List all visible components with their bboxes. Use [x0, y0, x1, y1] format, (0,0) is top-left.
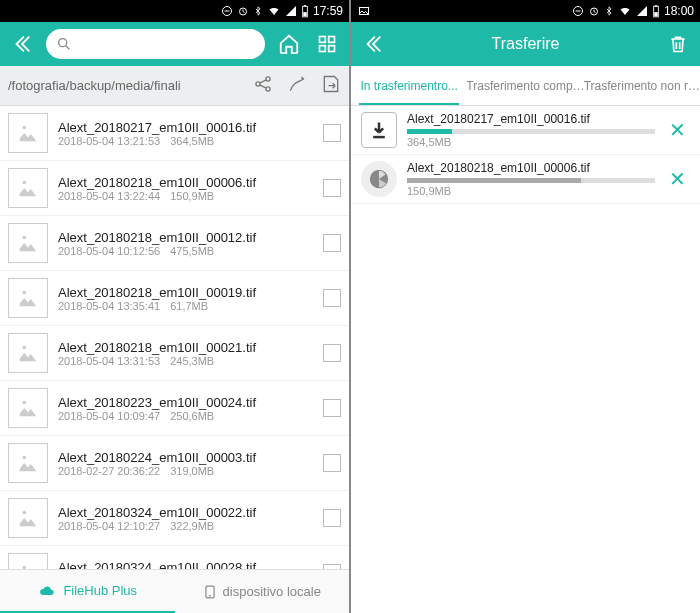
transfer-name: Alext_20180218_em10II_00006.tif	[407, 161, 655, 175]
file-date: 2018-05-04 13:22:44	[58, 190, 160, 202]
picture-icon	[357, 5, 371, 17]
transfer-row[interactable]: Alext_20180218_em10II_00006.tif150,9MB✕	[351, 155, 700, 204]
file-thumbnail	[8, 498, 48, 538]
back-button[interactable]	[8, 30, 36, 58]
bottom-tab-filehub[interactable]: FileHub Plus	[0, 570, 175, 613]
tab-label: Trasferimento non r…	[584, 79, 700, 93]
transfer-list: Alext_20180217_em10II_00016.tif364,5MB✕A…	[351, 106, 700, 613]
settings-button[interactable]	[287, 74, 307, 97]
file-thumbnail	[8, 333, 48, 373]
tab-label: Trasferimento comp…	[467, 79, 583, 93]
breadcrumb[interactable]: /fotografia/backup/media/finali	[8, 78, 239, 93]
grid-button[interactable]	[313, 30, 341, 58]
svg-point-24	[23, 511, 27, 515]
bottom-tab-label: dispositivo locale	[223, 584, 321, 599]
search-box[interactable]	[46, 29, 265, 59]
transfer-size: 364,5MB	[407, 136, 655, 148]
file-row[interactable]: Alext_20180324_em10II_00028.tif2018-05-0…	[0, 546, 349, 569]
file-row[interactable]: Alext_20180223_em10II_00024.tif2018-05-0…	[0, 381, 349, 436]
file-row[interactable]: Alext_20180324_em10II_00022.tif2018-05-0…	[0, 491, 349, 546]
file-row[interactable]: Alext_20180218_em10II_00019.tif2018-05-0…	[0, 271, 349, 326]
svg-rect-34	[654, 12, 658, 16]
file-list[interactable]: Alext_20180217_em10II_00016.tif2018-05-0…	[0, 106, 349, 569]
file-checkbox[interactable]	[323, 234, 341, 252]
share-button[interactable]	[253, 74, 273, 97]
file-size: 250,6MB	[170, 410, 214, 422]
bottom-bar: FileHub Plus dispositivo locale	[0, 569, 349, 613]
file-size: 364,5MB	[170, 135, 214, 147]
download-icon	[361, 112, 397, 148]
file-name: Alext_20180218_em10II_00006.tif	[58, 175, 313, 190]
file-size: 245,3MB	[170, 355, 214, 367]
cancel-transfer-button[interactable]: ✕	[665, 118, 690, 142]
cancel-transfer-button[interactable]: ✕	[665, 167, 690, 191]
dnd-icon	[572, 5, 584, 17]
file-size: 475,5MB	[170, 245, 214, 257]
svg-line-7	[66, 46, 69, 49]
file-checkbox[interactable]	[323, 124, 341, 142]
transfer-row[interactable]: Alext_20180217_em10II_00016.tif364,5MB✕	[351, 106, 700, 155]
phone-right: 18:00 Trasferire In trasferimentro... Tr…	[351, 0, 700, 613]
file-name: Alext_20180324_em10II_00022.tif	[58, 505, 313, 520]
file-checkbox[interactable]	[323, 454, 341, 472]
svg-rect-9	[329, 37, 335, 43]
file-thumbnail	[8, 168, 48, 208]
tab-in-progress[interactable]: In trasferimentro...	[351, 66, 467, 105]
file-checkbox[interactable]	[323, 344, 341, 362]
file-checkbox[interactable]	[323, 399, 341, 417]
search-input[interactable]	[78, 37, 255, 52]
file-name: Alext_20180224_em10II_00003.tif	[58, 450, 313, 465]
file-name: Alext_20180218_em10II_00019.tif	[58, 285, 313, 300]
file-size: 322,9MB	[170, 520, 214, 532]
file-checkbox[interactable]	[323, 289, 341, 307]
file-name: Alext_20180324_em10II_00028.tif	[58, 560, 313, 570]
home-button[interactable]	[275, 30, 303, 58]
file-size: 61,7MB	[170, 300, 208, 312]
status-time: 17:59	[313, 4, 343, 18]
delete-button[interactable]	[664, 30, 692, 58]
waiting-icon	[361, 161, 397, 197]
progress-bar	[407, 178, 655, 183]
svg-point-27	[209, 594, 211, 596]
signal-icon	[636, 5, 648, 17]
svg-point-17	[23, 126, 27, 130]
file-row[interactable]: Alext_20180217_em10II_00016.tif2018-05-0…	[0, 106, 349, 161]
file-info: Alext_20180324_em10II_00022.tif2018-05-0…	[58, 505, 313, 532]
alarm-icon	[237, 5, 249, 17]
wifi-icon	[618, 5, 632, 17]
transfer-info: Alext_20180218_em10II_00006.tif150,9MB	[407, 161, 655, 197]
svg-point-21	[23, 346, 27, 350]
file-thumbnail	[8, 388, 48, 428]
status-time: 18:00	[664, 4, 694, 18]
file-row[interactable]: Alext_20180218_em10II_00021.tif2018-05-0…	[0, 326, 349, 381]
tabs-row: In trasferimentro... Trasferimento comp……	[351, 66, 700, 106]
svg-rect-8	[320, 37, 326, 43]
file-row[interactable]: Alext_20180224_em10II_00003.tif2018-02-2…	[0, 436, 349, 491]
file-date: 2018-05-04 13:31:53	[58, 355, 160, 367]
file-checkbox[interactable]	[323, 509, 341, 527]
file-info: Alext_20180218_em10II_00006.tif2018-05-0…	[58, 175, 313, 202]
file-name: Alext_20180218_em10II_00021.tif	[58, 340, 313, 355]
signal-icon	[285, 5, 297, 17]
back-button[interactable]	[359, 30, 387, 58]
svg-rect-35	[373, 136, 385, 139]
file-info: Alext_20180218_em10II_00021.tif2018-05-0…	[58, 340, 313, 367]
file-row[interactable]: Alext_20180218_em10II_00012.tif2018-05-0…	[0, 216, 349, 271]
tab-completed[interactable]: Trasferimento comp…	[467, 66, 583, 105]
bluetooth-icon	[604, 5, 614, 17]
file-thumbnail	[8, 278, 48, 318]
tab-failed[interactable]: Trasferimento non r…	[584, 66, 700, 105]
file-info: Alext_20180223_em10II_00024.tif2018-05-0…	[58, 395, 313, 422]
transfer-name: Alext_20180217_em10II_00016.tif	[407, 112, 655, 126]
battery-icon	[301, 4, 309, 18]
file-date: 2018-05-04 10:12:56	[58, 245, 160, 257]
export-button[interactable]	[321, 74, 341, 97]
file-name: Alext_20180217_em10II_00016.tif	[58, 120, 313, 135]
file-info: Alext_20180224_em10II_00003.tif2018-02-2…	[58, 450, 313, 477]
tab-label: In trasferimentro...	[360, 79, 457, 93]
svg-rect-5	[303, 12, 307, 16]
file-checkbox[interactable]	[323, 179, 341, 197]
file-thumbnail	[8, 223, 48, 263]
bottom-tab-local[interactable]: dispositivo locale	[175, 570, 350, 613]
file-row[interactable]: Alext_20180218_em10II_00006.tif2018-05-0…	[0, 161, 349, 216]
